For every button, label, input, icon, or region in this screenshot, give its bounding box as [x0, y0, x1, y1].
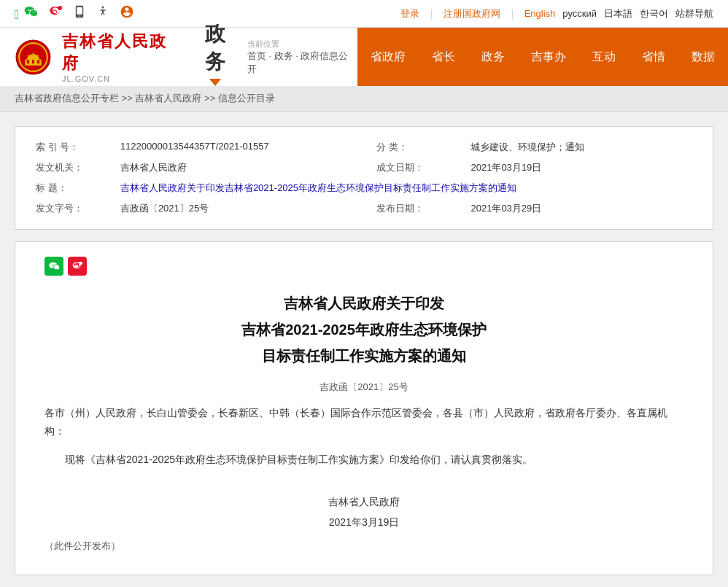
- top-bar-social-icons: : [15, 4, 134, 23]
- doc-body-text: 现将《吉林省2021-2025年政府生态环境保护目标责任制工作实施方案》印发给你…: [44, 451, 684, 469]
- lang-japanese[interactable]: 日本語: [604, 7, 632, 20]
- government-emblem: [15, 37, 52, 77]
- site-url: JL.GOV.CN: [62, 74, 176, 83]
- register-link[interactable]: 注册国政府网: [444, 7, 500, 20]
- nav-item-ji-affairs[interactable]: 吉事办: [518, 28, 579, 86]
- nav-item-governor[interactable]: 省长: [419, 28, 468, 86]
- login-link[interactable]: 登录: [400, 7, 419, 20]
- share-wechat[interactable]: [44, 257, 63, 276]
- accessibility-icon[interactable]: [96, 5, 109, 22]
- doc-content-card: 吉林省人民政府关于印发 吉林省2021-2025年政府生态环境保护 目标责任制工…: [15, 241, 713, 575]
- breadcrumb-zhengwu[interactable]: 政务: [274, 50, 293, 61]
- field-value-index: 11220000013544357T/2021-01557: [115, 137, 371, 158]
- field-label-category: 分 类：: [371, 137, 465, 158]
- nav-arrow: [209, 79, 221, 86]
- header: 吉林省人民政府 JL.GOV.CN 政务 当前位置 首页 · 政务 · 政府信息…: [0, 28, 728, 86]
- field-label-published: 发布日期：: [371, 198, 465, 219]
- nav-item-province-info[interactable]: 省情: [629, 28, 678, 86]
- header-nav-label: 政务: [190, 28, 240, 86]
- doc-main-title-line1: 吉林省人民政府关于印发: [44, 290, 684, 316]
- doc-signature-org: 吉林省人民政府: [44, 491, 684, 512]
- second-breadcrumb: 吉林省政府信息公开专栏 >> 吉林省人民政府 >> 信息公开目录: [0, 86, 728, 112]
- field-value-published: 2021年03月29日: [465, 198, 698, 219]
- lang-site-nav[interactable]: 站群导航: [675, 7, 713, 20]
- field-value-issuer: 吉林省人民政府: [115, 158, 371, 178]
- field-label-docnum: 发文字号：: [30, 198, 115, 219]
- second-breadcrumb-0[interactable]: 吉林省政府信息公开专栏: [15, 93, 119, 104]
- doc-recipients: 各市（州）人民政府，长白山管委会，长春新区、中韩（长春）国际合作示范区管委会，各…: [44, 404, 684, 440]
- lang-russian[interactable]: русский: [562, 8, 597, 19]
- doc-info-table: 索 引 号： 11220000013544357T/2021-01557 分 类…: [30, 137, 698, 219]
- svg-rect-8: [37, 60, 39, 63]
- wechat-icon[interactable]: : [15, 4, 38, 23]
- doc-main-title-line3: 目标责任制工作实施方案的通知: [44, 343, 684, 369]
- field-label-title: 标 题：: [30, 178, 115, 198]
- nav-item-interaction[interactable]: 互动: [579, 28, 629, 86]
- breadcrumb-area: 当前位置 首页 · 政务 · 政府信息公开: [240, 28, 357, 86]
- share-icons: [44, 257, 684, 276]
- current-section-title: 政务: [205, 20, 225, 79]
- field-label-created: 成文日期：: [371, 158, 465, 178]
- top-bar-links: 登录 ｜ 注册国政府网 ｜ English русский 日本語 한국어 站群…: [400, 7, 713, 20]
- field-label-issuer: 发文机关：: [30, 158, 115, 178]
- field-value-category: 城乡建设、环境保护；通知: [465, 137, 698, 158]
- weibo-icon[interactable]: [48, 4, 63, 23]
- breadcrumb-path: 首页 · 政务 · 政府信息公开: [247, 50, 350, 76]
- lang-english[interactable]: English: [524, 8, 556, 19]
- doc-signature-date: 2021年3月19日: [44, 512, 684, 532]
- doc-footer-note: （此件公开发布）: [44, 540, 684, 553]
- doc-signature: 吉林省人民政府 2021年3月19日: [44, 491, 684, 532]
- doc-number: 吉政函〔2021〕25号: [44, 381, 684, 394]
- nav-item-affairs[interactable]: 政务: [468, 28, 518, 86]
- nav-item-province-gov[interactable]: 省政府: [357, 28, 419, 86]
- field-value-created: 2021年03月19日: [465, 158, 698, 178]
- field-label-index: 索 引 号：: [30, 137, 115, 158]
- field-value-docnum: 吉政函〔2021〕25号: [115, 198, 371, 219]
- doc-info-card: 索 引 号： 11220000013544357T/2021-01557 分 类…: [15, 126, 713, 230]
- avatar-icon[interactable]: [120, 4, 134, 23]
- second-breadcrumb-2[interactable]: 信息公开目录: [218, 93, 275, 104]
- doc-title-area: 吉林省人民政府关于印发 吉林省2021-2025年政府生态环境保护 目标责任制工…: [44, 290, 684, 369]
- svg-rect-4: [27, 57, 39, 60]
- main-content: 索 引 号： 11220000013544357T/2021-01557 分 类…: [0, 112, 728, 587]
- svg-rect-6: [27, 60, 29, 63]
- doc-main-title-line2: 吉林省2021-2025年政府生态环境保护: [44, 316, 684, 343]
- nav-item-data[interactable]: 数据: [678, 28, 728, 86]
- header-branding: 吉林省人民政府 JL.GOV.CN: [0, 28, 190, 86]
- share-weibo[interactable]: [68, 257, 87, 276]
- breadcrumb-label: 当前位置: [247, 39, 350, 50]
- svg-rect-7: [32, 60, 34, 63]
- site-title-block: 吉林省人民政府 JL.GOV.CN: [62, 31, 176, 83]
- mobile-icon[interactable]: [73, 5, 86, 22]
- lang-korean[interactable]: 한국어: [640, 7, 668, 20]
- second-breadcrumb-1[interactable]: 吉林省人民政府: [135, 93, 201, 104]
- site-title-text: 吉林省人民政府: [62, 31, 176, 74]
- orange-nav: 省政府 省长 政务 吉事办 互动 省情 数据: [357, 28, 728, 86]
- breadcrumb-home[interactable]: 首页: [247, 50, 266, 61]
- field-value-title[interactable]: 吉林省人民政府关于印发吉林省2021-2025年政府生态环境保护目标责任制工作实…: [115, 178, 698, 198]
- top-bar:  登录 ｜ 注册国政府网 ｜ English русский 日本語 한국어 …: [0, 0, 728, 28]
